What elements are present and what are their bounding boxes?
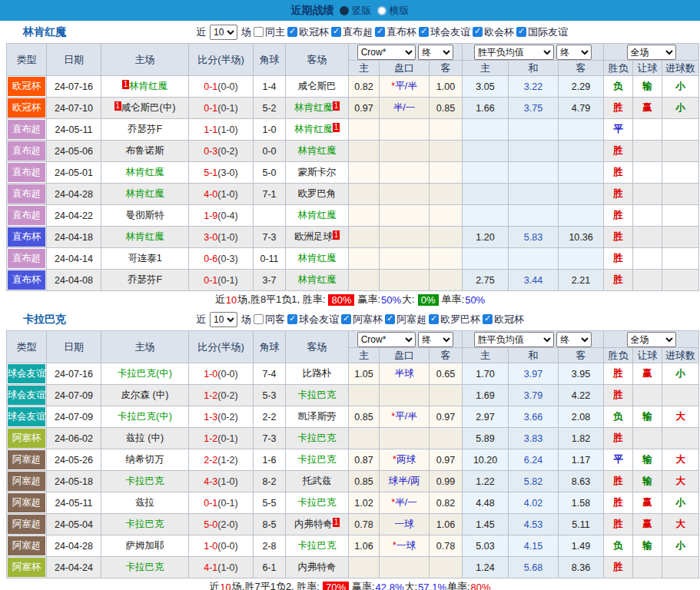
checkbox-icon[interactable] xyxy=(483,314,493,324)
summary-segment: 场,胜7平1负2, 胜率: xyxy=(232,580,320,590)
home-team-cell: 纳希切万 xyxy=(101,449,189,471)
league-type-cell: 欧冠杯 xyxy=(7,98,47,119)
score-cell: 1-0(0-0) xyxy=(189,363,254,385)
odds-home-cell xyxy=(349,227,380,248)
checkbox-icon[interactable] xyxy=(287,314,297,324)
team-link: 林肯红魔 xyxy=(129,81,168,91)
avg-stage-select[interactable]: 终 xyxy=(556,45,592,60)
col-avg-draw: 和 xyxy=(509,61,559,76)
match-row: 阿塞超24-05-26纳希切万2-2(1-2)1-6卡拉巴克0.87*两球0.9… xyxy=(7,449,699,471)
odds-stage-select[interactable]: 终 xyxy=(418,45,453,60)
team-link: 内弗特奇 xyxy=(294,519,333,529)
team-link: 托武兹 xyxy=(303,476,332,486)
same-venue-checkbox[interactable]: 同主 xyxy=(254,25,285,39)
checkbox-icon[interactable] xyxy=(254,314,264,324)
league-type-cell: 直布超 xyxy=(7,205,47,227)
col-odds-home: 主 xyxy=(349,61,380,76)
home-team-cell: 乔瑟芬F xyxy=(101,270,189,291)
match-count-select[interactable]: 10 xyxy=(210,25,237,40)
avg-home-cell: 1.66 xyxy=(463,98,509,119)
odds-away-cell: 1.06 xyxy=(430,514,463,535)
league-label: 直布杯 xyxy=(386,25,416,39)
col-wdl: 胜负 xyxy=(604,348,633,363)
col-home: 主场 xyxy=(101,44,189,76)
league-badge: 直布超 xyxy=(8,206,45,225)
summary-segment: 80% xyxy=(328,294,354,306)
avg-draw-cell: 3.22 xyxy=(509,76,559,98)
league-filter-checkbox[interactable]: 国际友谊 xyxy=(516,25,568,39)
checkbox-icon[interactable] xyxy=(331,27,341,37)
checkbox-icon[interactable] xyxy=(429,314,439,324)
corner-cell xyxy=(254,205,286,227)
league-filter-checkbox[interactable]: 欧冠杯 xyxy=(287,25,329,39)
odds-stage-select[interactable]: 终 xyxy=(418,332,453,347)
match-count-select[interactable]: 10 xyxy=(210,312,237,327)
layout-radio-vertical[interactable]: 竖版 xyxy=(340,4,372,18)
goals-result-cell xyxy=(662,119,699,141)
odds-home-cell: 1.02 xyxy=(349,492,380,514)
date-cell: 24-05-18 xyxy=(47,471,101,492)
league-filter-checkbox[interactable]: 直布杯 xyxy=(375,25,416,39)
same-venue-checkbox[interactable]: 同客 xyxy=(254,313,285,326)
summary-segment: 70% xyxy=(323,582,349,590)
checkbox-icon[interactable] xyxy=(341,314,351,324)
home-team-cell: 萨姆加耶 xyxy=(101,535,189,557)
col-home: 主场 xyxy=(101,331,189,363)
odds-company-select[interactable]: Crow* xyxy=(357,332,416,347)
odds-line-cell xyxy=(380,270,430,291)
checkbox-icon[interactable] xyxy=(516,27,526,37)
team-link: 欧罗巴角 xyxy=(298,188,337,199)
radio-unchecked-icon[interactable] xyxy=(377,6,386,15)
league-badge: 直布超 xyxy=(8,184,45,204)
league-filter-checkbox[interactable]: 直布超 xyxy=(331,25,373,39)
league-filter-checkbox[interactable]: 阿塞杯 xyxy=(341,313,383,326)
odds-away-cell: 0.65 xyxy=(430,363,463,385)
scope-select[interactable]: 全场 xyxy=(627,45,676,60)
checkbox-icon[interactable] xyxy=(254,27,264,37)
checkbox-icon[interactable] xyxy=(385,314,395,324)
score-cell: 1-2(0-1) xyxy=(189,428,254,449)
handicap-result-cell xyxy=(633,184,662,205)
goals-result-cell xyxy=(662,141,699,162)
away-team-cell: 比路朴 xyxy=(286,363,349,385)
layout-radio-horizontal[interactable]: 横版 xyxy=(377,4,410,18)
league-filter-checkbox[interactable]: 欧会杯 xyxy=(473,25,514,39)
odds-company-select[interactable]: Crow* xyxy=(357,45,416,60)
team-link: 卡拉巴克 xyxy=(126,562,164,572)
score-cell: 1-2(0-2) xyxy=(189,385,254,406)
odds-home-cell xyxy=(349,248,380,270)
league-type-cell: 直布超 xyxy=(7,141,47,162)
avg-metric-select[interactable]: 胜平负均值 xyxy=(474,332,554,347)
league-filter-checkbox[interactable]: 欧罗巴杯 xyxy=(429,313,480,326)
checkbox-icon[interactable] xyxy=(473,27,483,37)
odds-home-cell xyxy=(349,270,380,291)
league-filter-checkbox[interactable]: 球会友谊 xyxy=(287,313,339,326)
league-filter-checkbox[interactable]: 欧冠杯 xyxy=(483,313,524,326)
league-filter-group: 欧冠杯直布超直布杯球会友谊欧会杯国际友谊 xyxy=(287,25,568,39)
league-filter-checkbox[interactable]: 球会友谊 xyxy=(419,25,470,39)
match-row: 直布超24-04-22曼彻斯特1-9(0-4)林肯红魔胜 xyxy=(7,205,699,227)
radio-checked-icon[interactable] xyxy=(340,6,349,15)
checkbox-icon[interactable] xyxy=(419,27,429,37)
team-link: 欧洲足球 xyxy=(294,231,333,242)
handicap-result-cell: 赢 xyxy=(633,98,662,119)
summary-segment: 50% xyxy=(465,294,485,306)
goals-result-cell xyxy=(662,385,699,406)
score-cell: 0-1(0-1) xyxy=(189,98,254,119)
checkbox-icon[interactable] xyxy=(287,27,297,37)
odds-home-cell: 0.82 xyxy=(349,76,380,98)
scope-select[interactable]: 全场 xyxy=(627,332,676,347)
league-label: 欧冠杯 xyxy=(299,25,329,39)
away-team-cell: 托武兹 xyxy=(286,471,349,492)
league-filter-checkbox[interactable]: 阿塞超 xyxy=(385,313,426,326)
team-section-1: 林肯红魔 近 10 场 同主 欧冠杯直布超直布杯球会友谊欧会杯国际友谊 类型 日… xyxy=(0,21,700,308)
avg-draw-cell: 4.53 xyxy=(509,514,559,535)
col-goals: 进球数 xyxy=(662,61,699,76)
odds-home-cell xyxy=(349,184,380,205)
checkbox-icon[interactable] xyxy=(375,27,385,37)
filter-bar: 近 10 场 同主 欧冠杯直布超直布杯球会友谊欧会杯国际友谊 xyxy=(196,25,568,40)
avg-stage-select[interactable]: 终 xyxy=(556,332,592,347)
team-link: 曼彻斯特 xyxy=(126,210,164,220)
avg-metric-select[interactable]: 胜平负均值 xyxy=(474,45,554,60)
topbar: 近期战绩 竖版 横版 xyxy=(0,0,700,21)
